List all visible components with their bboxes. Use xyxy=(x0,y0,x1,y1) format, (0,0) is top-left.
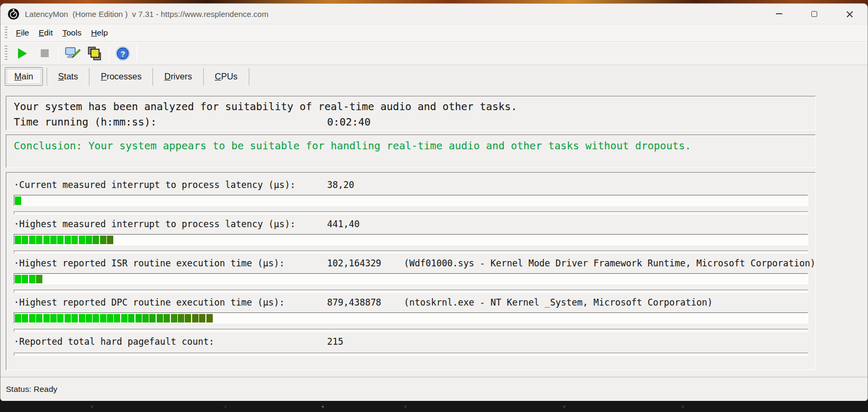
metric-label: ·Highest reported ISR routine execution … xyxy=(14,258,327,269)
menu-tools[interactable]: Tools xyxy=(58,26,86,39)
title-bar[interactable]: LatencyMon (Home Edition ) v 7.31 - http… xyxy=(1,4,867,24)
window-controls xyxy=(761,4,867,24)
metric-bar xyxy=(14,273,808,284)
menu-bar-items: FileEditToolsHelp xyxy=(11,26,113,39)
time-running-row: Time running (h:mm:ss):0:02:40 xyxy=(14,114,815,130)
toolbar-separator xyxy=(58,46,59,61)
toolbar: ? xyxy=(1,41,867,65)
groove-line xyxy=(14,329,808,332)
start-button[interactable] xyxy=(11,44,33,63)
metric-row: ·Current measured interrupt to process l… xyxy=(14,180,808,214)
close-icon xyxy=(846,11,853,17)
time-running-value: 0:02:40 xyxy=(327,116,370,128)
metric-label: ·Highest measured interrupt to process l… xyxy=(14,219,327,230)
tab-bar: MainStatsProcessesDriversCPUs xyxy=(1,65,867,88)
metric-driver-info: (Wdf01000.sys - Kernel Mode Driver Frame… xyxy=(404,258,816,269)
latencymon-window: LatencyMon (Home Edition ) v 7.31 - http… xyxy=(0,3,868,401)
bar-segment xyxy=(15,236,21,244)
metric-label-row: ·Current measured interrupt to process l… xyxy=(14,180,808,191)
question-mark-icon: ? xyxy=(115,46,131,61)
metric-row: ·Highest reported DPC routine execution … xyxy=(14,297,808,332)
bar-segment xyxy=(29,314,35,323)
bar-segment xyxy=(36,275,42,283)
bar-segment xyxy=(79,314,85,323)
maximize-icon xyxy=(811,11,817,17)
bar-segment xyxy=(50,236,57,244)
metric-value: 441,40 xyxy=(327,219,391,230)
taskbar-strip xyxy=(0,401,868,412)
tab-separator xyxy=(152,68,153,86)
conclusion-panel: Conclusion: Your system appears to be su… xyxy=(6,135,816,168)
metric-label-row: ·Reported total hard pagefault count:215 xyxy=(14,336,808,347)
groove-line xyxy=(14,211,808,214)
metric-row: ·Highest reported ISR routine execution … xyxy=(14,258,808,293)
bar-segment xyxy=(79,236,85,244)
bar-segment xyxy=(65,236,71,244)
bar-segment xyxy=(164,314,170,323)
bar-segment xyxy=(15,275,21,283)
metric-value: 38,20 xyxy=(327,180,391,191)
toolbar-separator xyxy=(137,46,137,61)
metric-bar xyxy=(14,195,808,206)
metric-value: 102,164329 xyxy=(327,258,391,269)
metric-label: ·Reported total hard pagefault count: xyxy=(14,336,327,347)
toolbar-separator xyxy=(108,46,109,61)
bar-segment xyxy=(93,314,99,323)
bar-segment xyxy=(29,236,35,244)
metric-row: ·Highest measured interrupt to process l… xyxy=(14,219,808,254)
menu-help[interactable]: Help xyxy=(86,26,113,39)
bar-segment xyxy=(22,314,28,323)
bar-segment xyxy=(107,236,113,244)
bar-segment xyxy=(128,314,134,323)
bar-segment xyxy=(71,314,78,323)
groove-line xyxy=(14,290,808,293)
metric-row: ·Reported total hard pagefault count:215 xyxy=(14,336,808,356)
metric-label: ·Current measured interrupt to process l… xyxy=(14,180,327,191)
layered-squares-icon xyxy=(87,46,103,61)
minimize-button[interactable] xyxy=(761,4,797,24)
metric-value: 215 xyxy=(327,336,391,347)
menu-edit[interactable]: Edit xyxy=(34,26,58,39)
options-button[interactable] xyxy=(61,44,84,63)
stop-icon xyxy=(41,49,49,57)
menu-file[interactable]: File xyxy=(11,26,34,39)
bar-segment xyxy=(57,314,64,323)
bar-segment xyxy=(36,314,42,323)
status-bar: Status: Ready xyxy=(1,377,867,401)
bar-segment xyxy=(185,314,191,323)
bar-segment xyxy=(121,314,128,323)
tab-processes[interactable]: Processes xyxy=(93,68,149,85)
analysis-panel: Your system has been analyzed for suitab… xyxy=(6,96,816,130)
toolbar-gripper[interactable] xyxy=(5,46,7,61)
groove-line xyxy=(14,353,808,356)
bar-segment xyxy=(149,314,156,323)
tab-separator xyxy=(203,68,204,86)
metric-label-row: ·Highest reported DPC routine execution … xyxy=(14,297,808,308)
bar-segment xyxy=(100,236,106,244)
tab-separator xyxy=(47,68,47,86)
groove-line xyxy=(14,250,808,254)
metric-label-row: ·Highest measured interrupt to process l… xyxy=(14,219,808,230)
time-running-label: Time running (h:mm:ss): xyxy=(14,114,327,130)
bar-segment xyxy=(22,236,28,244)
tab-main[interactable]: Main xyxy=(5,67,43,86)
tab-stats[interactable]: Stats xyxy=(51,68,86,85)
menu-bar: FileEditToolsHelp xyxy=(1,24,867,41)
close-button[interactable] xyxy=(832,4,867,24)
stop-button[interactable] xyxy=(33,44,56,63)
bar-segment xyxy=(142,314,149,323)
menubar-gripper[interactable] xyxy=(5,26,7,39)
bar-segment xyxy=(178,314,184,323)
bar-segment xyxy=(171,314,177,323)
metric-bar xyxy=(14,234,808,245)
tab-cpus[interactable]: CPUs xyxy=(207,68,245,85)
bar-segment xyxy=(93,236,99,244)
bar-segment xyxy=(22,275,28,283)
window-title: LatencyMon (Home Edition ) v 7.31 - http… xyxy=(25,10,268,19)
bar-segment xyxy=(15,196,21,205)
report-button[interactable] xyxy=(84,44,106,63)
help-button[interactable]: ? xyxy=(112,44,134,63)
maximize-button[interactable] xyxy=(797,4,832,24)
tab-drivers[interactable]: Drivers xyxy=(157,68,199,85)
play-icon xyxy=(18,48,27,59)
